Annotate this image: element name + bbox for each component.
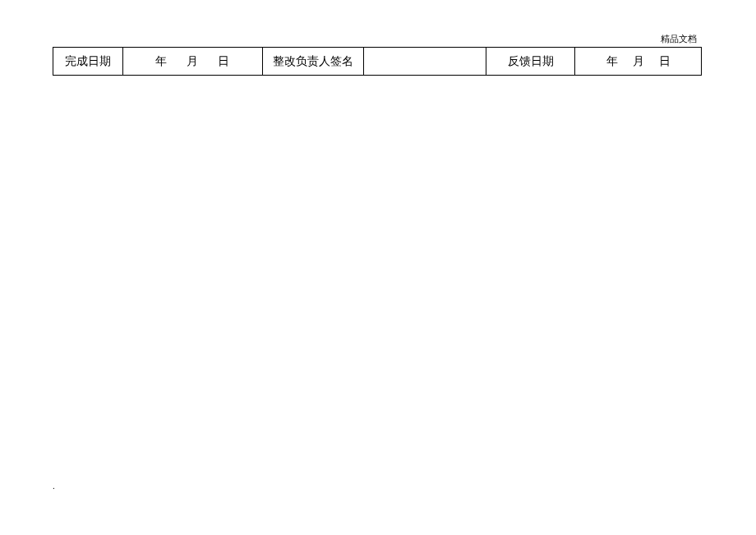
feedback-date-value: 年 月 日	[575, 48, 702, 76]
year-label: 年	[606, 54, 618, 69]
signer-value	[363, 48, 486, 76]
month-label: 月	[187, 54, 198, 69]
footer-mark: .	[53, 481, 55, 491]
signer-label: 整改负责人签名	[262, 48, 363, 76]
completion-date-label: 完成日期	[53, 48, 123, 76]
completion-date-value: 年 月 日	[122, 48, 262, 76]
day-label: 日	[659, 54, 671, 69]
form-table: 完成日期 年 月 日 整改负责人签名 反馈日期 年 月 日	[53, 47, 702, 76]
header-watermark: 精品文档	[661, 33, 697, 45]
year-label: 年	[155, 54, 167, 69]
feedback-date-label: 反馈日期	[486, 48, 575, 76]
table-row: 完成日期 年 月 日 整改负责人签名 反馈日期 年 月 日	[53, 48, 702, 76]
day-label: 日	[218, 54, 229, 69]
month-label: 月	[633, 54, 644, 69]
